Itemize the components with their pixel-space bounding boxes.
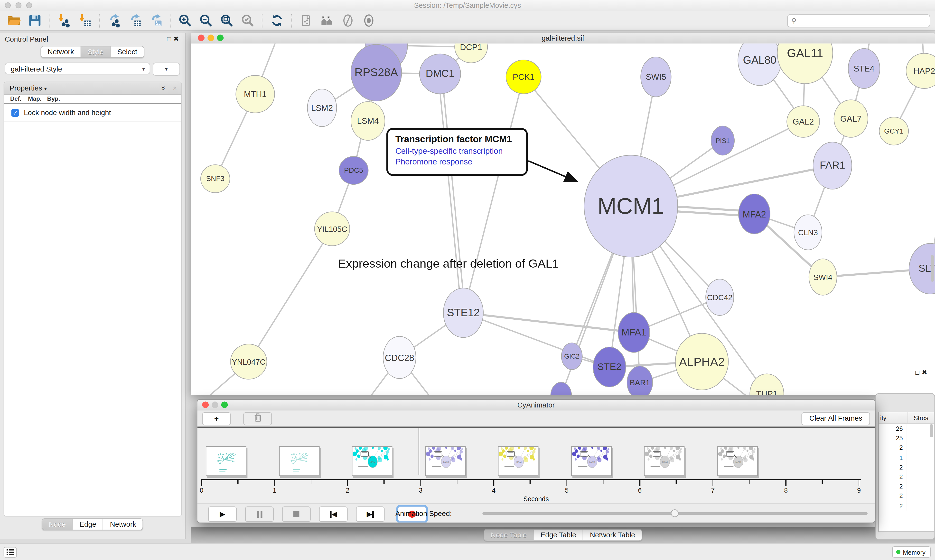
- lock-checkbox[interactable]: ✓: [11, 109, 19, 117]
- export-network-icon[interactable]: [106, 13, 122, 28]
- network-node-gal2[interactable]: GAL2: [787, 105, 820, 137]
- memory-button[interactable]: Memory: [892, 546, 931, 558]
- tab-node-table[interactable]: Node Table: [484, 529, 534, 540]
- tab-node[interactable]: Node: [42, 519, 73, 529]
- zoom-in-icon[interactable]: [178, 13, 193, 28]
- network-node-hap2[interactable]: HAP2: [906, 53, 935, 89]
- show-graphics-icon[interactable]: [361, 13, 376, 28]
- next-frame-button[interactable]: ▶: [356, 506, 385, 522]
- refresh-icon[interactable]: [270, 13, 284, 28]
- network-node-rps28a[interactable]: RPS28A: [350, 44, 402, 101]
- frame-thumbnail-7[interactable]: MCM: [717, 446, 758, 476]
- network-node-dmc1[interactable]: DMC1: [419, 54, 461, 94]
- properties-header[interactable]: Properties ▾ » »: [4, 82, 181, 95]
- snapshot-icon[interactable]: [299, 13, 313, 28]
- close-table-icon[interactable]: ✖: [922, 369, 930, 376]
- network-canvas[interactable]: DCP1RPS28ADMC1PCK1SWI5GAL80GAL11STE4HAP2…: [191, 43, 935, 395]
- annotation-box[interactable]: Transcription factor MCM1 Cell-type-spec…: [386, 128, 528, 176]
- network-node-pck1[interactable]: PCK1: [506, 60, 542, 94]
- network-node-cln3[interactable]: CLN3: [794, 215, 822, 250]
- network-node-pis1[interactable]: PIS1: [711, 126, 734, 155]
- float-table-icon[interactable]: □: [915, 369, 922, 376]
- network-scrollbar[interactable]: [931, 255, 934, 282]
- hide-graphics-icon[interactable]: [340, 13, 355, 28]
- zoom-fit-icon[interactable]: [219, 13, 234, 28]
- network-node-lsm4[interactable]: LSM4: [350, 101, 385, 141]
- add-frame-button[interactable]: +: [202, 412, 231, 426]
- table-scrollbar[interactable]: [930, 424, 933, 437]
- tab-network[interactable]: Network: [103, 519, 143, 529]
- frame-thumbnail-4[interactable]: MCM: [498, 446, 538, 476]
- import-table-icon[interactable]: [77, 13, 92, 28]
- lock-node-size-row[interactable]: ✓ Lock node width and height: [4, 104, 181, 122]
- table-row[interactable]: 2: [879, 472, 934, 482]
- task-history-button[interactable]: [4, 547, 17, 558]
- network-node-cdc28[interactable]: CDC28: [383, 336, 416, 379]
- speed-slider-thumb[interactable]: [671, 509, 679, 517]
- frame-thumbnail-6[interactable]: MCM: [644, 446, 685, 476]
- previous-frame-button[interactable]: ◀: [319, 506, 348, 522]
- network-node-gal7[interactable]: GAL7: [834, 100, 868, 138]
- tab-select[interactable]: Select: [111, 46, 144, 57]
- annotation-text[interactable]: Expression change after deletion of GAL1: [338, 257, 559, 271]
- save-session-icon[interactable]: [28, 13, 42, 28]
- network-node-gal11[interactable]: GAL11: [777, 43, 833, 84]
- table-row[interactable]: 2: [879, 443, 934, 453]
- timeline[interactable]: Seconds 0123456789MCMMCMMCMMCMMCMMCM: [197, 428, 875, 503]
- network-node-dcp1[interactable]: DCP1: [454, 43, 488, 63]
- frame-thumbnail-1[interactable]: [279, 446, 319, 476]
- stop-button[interactable]: [282, 506, 311, 522]
- network-node-gal80[interactable]: GAL80: [738, 43, 782, 86]
- frame-thumbnail-0[interactable]: [206, 446, 247, 476]
- style-selector[interactable]: galFiltered Style▾: [5, 63, 150, 74]
- network-node-gic2[interactable]: GIC2: [561, 343, 582, 370]
- network-node-alpha2[interactable]: ALPHA2: [675, 333, 728, 390]
- export-table-icon[interactable]: [128, 13, 142, 28]
- table-row[interactable]: 2: [879, 482, 934, 491]
- network-node-yil105c[interactable]: YIL105C: [314, 211, 350, 246]
- frame-thumbnail-3[interactable]: MCM: [425, 446, 466, 476]
- network-node-far1[interactable]: FAR1: [813, 142, 852, 189]
- speed-slider[interactable]: [482, 512, 867, 515]
- table-row[interactable]: 1: [879, 452, 934, 462]
- home-icon[interactable]: [320, 13, 335, 28]
- network-node-ynl047c[interactable]: YNL047C: [230, 344, 267, 380]
- tab-edge-table[interactable]: Edge Table: [534, 529, 583, 540]
- network-node-pdc5[interactable]: PDC5: [339, 156, 369, 185]
- import-network-icon[interactable]: [57, 13, 72, 28]
- network-node-ste4[interactable]: STE4: [848, 48, 880, 89]
- table-row[interactable]: 26: [879, 423, 934, 433]
- frame-thumbnail-2[interactable]: MCM: [352, 446, 392, 476]
- delete-frame-button[interactable]: [243, 412, 272, 426]
- network-node-ste12[interactable]: STE12: [443, 288, 484, 338]
- table-row[interactable]: 2: [879, 491, 934, 501]
- frame-thumbnail-5[interactable]: MCM: [571, 446, 612, 476]
- play-button[interactable]: ▶: [208, 506, 237, 522]
- expand-all-icon[interactable]: »: [162, 84, 165, 92]
- table-col-centrality[interactable]: ity: [879, 412, 908, 423]
- close-panel-icon[interactable]: ✖: [173, 35, 181, 42]
- table-row[interactable]: 2: [879, 462, 934, 472]
- open-session-icon[interactable]: [6, 13, 22, 28]
- network-node-mcm1[interactable]: MCM1: [584, 155, 678, 257]
- network-node-mfa2[interactable]: MFA2: [738, 194, 770, 234]
- network-node-mth1[interactable]: MTH1: [236, 75, 275, 113]
- tab-edge[interactable]: Edge: [73, 519, 103, 529]
- playhead[interactable]: [418, 428, 419, 475]
- export-image-icon[interactable]: [148, 13, 164, 28]
- table-row[interactable]: 2: [879, 501, 934, 510]
- network-node-mfa1[interactable]: MFA1: [618, 312, 650, 353]
- network-node-tup1[interactable]: TUP1: [750, 374, 784, 395]
- tab-network-table[interactable]: Network Table: [583, 529, 642, 540]
- search-input[interactable]: ⚲: [787, 14, 930, 28]
- collapse-all-icon[interactable]: »: [173, 84, 176, 92]
- tab-network[interactable]: Network: [41, 46, 81, 57]
- network-node-bar1[interactable]: BAR1: [627, 366, 653, 395]
- zoom-out-icon[interactable]: [199, 13, 213, 28]
- float-panel-icon[interactable]: □: [167, 35, 173, 42]
- tab-style[interactable]: Style: [81, 46, 111, 57]
- network-node-np1[interactable]: [550, 382, 572, 395]
- network-node-lsm2[interactable]: LSM2: [307, 89, 337, 127]
- network-node-snf3[interactable]: SNF3: [201, 165, 230, 193]
- network-node-swi4[interactable]: SWI4: [808, 258, 837, 295]
